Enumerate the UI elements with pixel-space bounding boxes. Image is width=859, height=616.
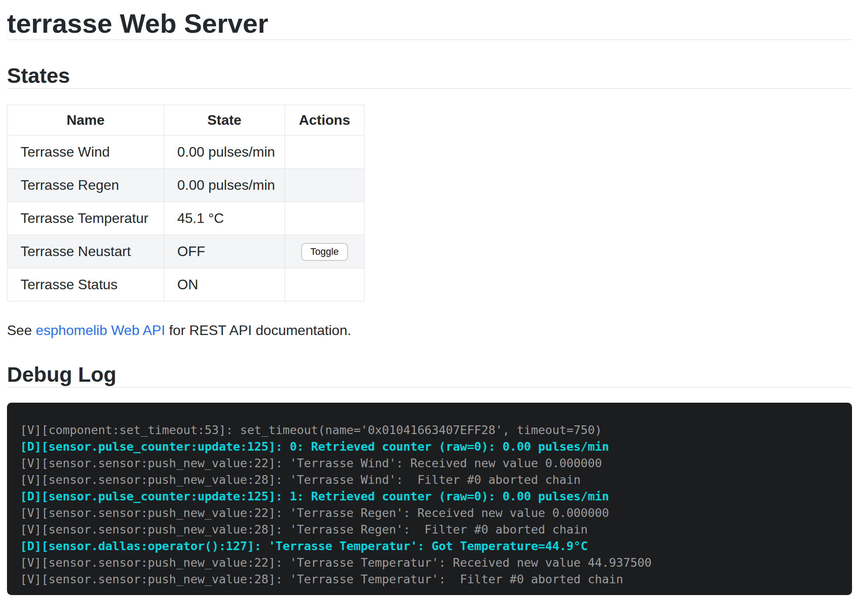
- cell-name: Terrasse Regen: [7, 169, 164, 202]
- debug-log-divider: [7, 387, 852, 388]
- cell-actions: Toggle: [285, 235, 364, 268]
- table-row: Terrasse Temperatur45.1 °C: [7, 202, 364, 235]
- column-header-name: Name: [7, 105, 164, 136]
- log-line: [V][sensor.sensor:push_new_value:28]: 'T…: [20, 571, 839, 588]
- api-note-prefix: See: [7, 322, 36, 338]
- log-line: [V][component:set_timeout:53]: set_timeo…: [20, 422, 839, 438]
- api-note-suffix: for REST API documentation.: [165, 322, 351, 338]
- toggle-button[interactable]: Toggle: [301, 243, 348, 261]
- cell-name: Terrasse Neustart: [7, 235, 164, 268]
- table-row: Terrasse NeustartOFFToggle: [7, 235, 364, 268]
- log-line: [V][sensor.sensor:push_new_value:22]: 'T…: [20, 554, 839, 571]
- states-table: NameStateActions Terrasse Wind0.00 pulse…: [7, 105, 364, 301]
- cell-state: OFF: [164, 235, 285, 268]
- log-line: [V][sensor.sensor:push_new_value:28]: 'T…: [20, 521, 839, 538]
- debug-log-console: [V][component:set_timeout:53]: set_timeo…: [7, 403, 852, 595]
- cell-name: Terrasse Status: [7, 268, 164, 301]
- cell-actions: [285, 136, 364, 169]
- log-line: [V][sensor.sensor:push_new_value:22]: 'T…: [20, 505, 839, 521]
- cell-state: 45.1 °C: [164, 202, 285, 235]
- table-row: Terrasse Regen0.00 pulses/min: [7, 169, 364, 202]
- cell-name: Terrasse Wind: [7, 136, 164, 169]
- log-line: [D][sensor.dallas:operator():127]: 'Terr…: [20, 538, 839, 554]
- debug-log-heading: Debug Log: [7, 339, 852, 387]
- cell-actions: [285, 202, 364, 235]
- page: terrasse Web Server States NameStateActi…: [0, 0, 859, 616]
- states-table-body: Terrasse Wind0.00 pulses/minTerrasse Reg…: [7, 136, 364, 301]
- cell-state: ON: [164, 268, 285, 301]
- log-line: [D][sensor.pulse_counter:update:125]: 1:…: [20, 488, 839, 505]
- cell-actions: [285, 169, 364, 202]
- table-row: Terrasse StatusON: [7, 268, 364, 301]
- table-row: Terrasse Wind0.00 pulses/min: [7, 136, 364, 169]
- cell-actions: [285, 268, 364, 301]
- log-line: [D][sensor.pulse_counter:update:125]: 0:…: [20, 438, 839, 455]
- cell-state: 0.00 pulses/min: [164, 169, 285, 202]
- api-note: See esphomelib Web API for REST API docu…: [7, 301, 852, 339]
- log-line: [V][sensor.sensor:push_new_value:28]: 'T…: [20, 472, 839, 488]
- states-divider: [7, 88, 852, 89]
- cell-state: 0.00 pulses/min: [164, 136, 285, 169]
- column-header-actions: Actions: [285, 105, 364, 136]
- cell-name: Terrasse Temperatur: [7, 202, 164, 235]
- page-title: terrasse Web Server: [7, 0, 852, 39]
- log-line: [V][sensor.sensor:push_new_value:22]: 'T…: [20, 455, 839, 472]
- states-heading: States: [7, 40, 852, 88]
- column-header-state: State: [164, 105, 285, 136]
- states-table-header-row: NameStateActions: [7, 105, 364, 136]
- esphomelib-web-api-link[interactable]: esphomelib Web API: [36, 322, 165, 338]
